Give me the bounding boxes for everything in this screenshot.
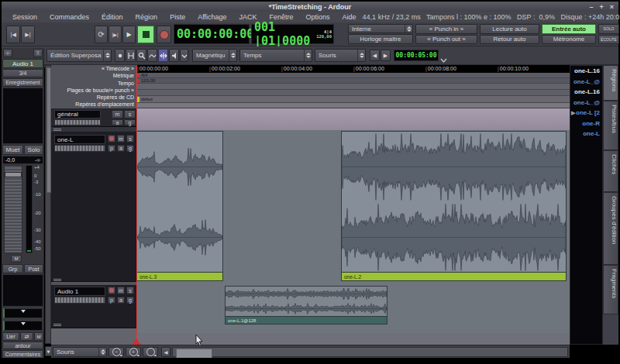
- track-header-audio1[interactable]: Audio 1 m s p a g: [51, 285, 136, 328]
- track-gain-fader[interactable]: [54, 145, 105, 152]
- ruler-label[interactable]: Repères de CD: [51, 94, 136, 101]
- ruler-label[interactable]: « Timecode »: [51, 65, 136, 72]
- strip-record-button[interactable]: Enregistrement: [2, 78, 43, 87]
- group-button[interactable]: g: [124, 119, 136, 125]
- mute-button[interactable]: m: [117, 287, 125, 294]
- location-marker-ruler[interactable]: début: [136, 96, 570, 103]
- track-resize-grip[interactable]: [51, 277, 136, 282]
- vertical-scrollbar[interactable]: [45, 65, 51, 344]
- zoom-focus-dropdown[interactable]: Souris: [315, 49, 366, 62]
- region-list-item[interactable]: one-R: [570, 118, 602, 129]
- pan-mono-button[interactable]: M: [34, 332, 43, 341]
- horizontal-scrollbar[interactable]: [172, 347, 568, 357]
- record-button[interactable]: [157, 26, 171, 43]
- tool-zoom-button[interactable]: [136, 49, 146, 62]
- tool-more-button[interactable]: [180, 49, 188, 62]
- pan-slider-2[interactable]: [3, 321, 43, 331]
- maximize-button[interactable]: +: [599, 3, 603, 11]
- region-list-item[interactable]: one-L_@: [570, 98, 602, 108]
- solo-button[interactable]: s: [126, 135, 134, 143]
- snap-mode-dropdown[interactable]: Magnétiqu: [192, 49, 237, 62]
- timecode-ruler[interactable]: 00:00:00:0000:00:02:0000:00:04:0000:00:0…: [136, 65, 570, 73]
- auto-input-button[interactable]: Entrée auto: [542, 24, 596, 34]
- audio-region-one-l2[interactable]: one-L.2: [341, 131, 567, 281]
- zoom-focus-bottom-dropdown[interactable]: Souris: [53, 347, 107, 357]
- track-name-audio1[interactable]: Audio 1: [54, 287, 105, 296]
- tool-draw-button[interactable]: [147, 49, 157, 62]
- bbt-clock[interactable]: 001 |01|0000 4|4 120,00: [251, 24, 334, 44]
- menu-région[interactable]: Région: [129, 13, 164, 21]
- pan-link-button[interactable]: Lier: [2, 332, 19, 341]
- gain-display[interactable]: -0,0 -∞: [2, 156, 43, 164]
- track-header-general[interactable]: général m s a g: [51, 108, 136, 127]
- playhead[interactable]: [136, 65, 137, 345]
- track-gain-fader[interactable]: [54, 297, 105, 304]
- title-bar[interactable]: *TimeStretching - Ardour – + ×: [2, 2, 618, 12]
- menu-piste[interactable]: Piste: [164, 13, 191, 21]
- output-button[interactable]: ardour: [2, 342, 43, 349]
- stop-button[interactable]: [137, 26, 154, 43]
- ruler-label[interactable]: Tempo: [51, 80, 136, 87]
- punch-out-button[interactable]: « Punch out »: [415, 35, 477, 45]
- track-resize-grip[interactable]: [51, 322, 136, 327]
- sidebar-tab-r-gions[interactable]: Régions: [603, 65, 618, 101]
- strip-solo-button[interactable]: Solo: [24, 145, 43, 155]
- metronome-button[interactable]: Métronome: [542, 35, 596, 45]
- solo-button[interactable]: s: [124, 110, 136, 118]
- track-canvas-audio1[interactable]: one-L.1@128: [136, 285, 570, 333]
- audio-region-one-l1[interactable]: one-L.1@128: [225, 286, 388, 325]
- zoom-out-button[interactable]: −: [108, 347, 124, 357]
- menu-édition[interactable]: Édition: [95, 13, 129, 21]
- track-name-one-l[interactable]: one-L: [54, 135, 105, 144]
- close-button[interactable]: ×: [610, 3, 614, 11]
- minimize-button[interactable]: –: [589, 3, 593, 11]
- strip-name-button[interactable]: Audio 1: [2, 59, 43, 68]
- menu-affichage[interactable]: Affichage: [191, 13, 232, 21]
- auto-button[interactable]: a: [117, 145, 125, 152]
- meter-mono-button[interactable]: M: [11, 255, 22, 263]
- track-canvas-one-l[interactable]: one-L.3 one-L.2: [136, 130, 570, 285]
- punch-in-button[interactable]: « Punch in »: [415, 24, 477, 34]
- snap-unit-dropdown[interactable]: Temps: [239, 49, 312, 62]
- ruler-label[interactable]: Métrique: [51, 72, 136, 79]
- zoom-in-button[interactable]: +: [126, 347, 141, 357]
- processor-box[interactable]: [2, 88, 43, 144]
- nudge-back-button[interactable]: ◀: [370, 50, 380, 61]
- sidebar-tab-fragments[interactable]: Fragments: [603, 265, 618, 314]
- pan-slider-1[interactable]: [3, 308, 43, 318]
- menu-session[interactable]: Session: [6, 13, 43, 21]
- tempo-ruler[interactable]: 120,00: [136, 78, 570, 84]
- region-list-item[interactable]: one-L: [570, 129, 602, 139]
- cd-marker-ruler[interactable]: [136, 90, 570, 96]
- sidebar-tab-pistes-bus[interactable]: Pistes/bus: [603, 101, 618, 150]
- loop-button[interactable]: ⟳: [95, 26, 108, 43]
- edit-mode-dropdown[interactable]: Édition Superposa: [46, 49, 112, 62]
- sidebar-tab-clich-s[interactable]: Clichés: [603, 150, 618, 192]
- tool-object-button[interactable]: [115, 49, 125, 62]
- mixer-hide-button[interactable]: ⊣⊢: [3, 49, 12, 57]
- fader-handle[interactable]: [5, 172, 22, 177]
- ruler-label[interactable]: Repères d'emplacement: [51, 101, 136, 108]
- auto-button[interactable]: a: [117, 297, 125, 304]
- group-button[interactable]: Grp: [2, 264, 23, 273]
- tool-audition-button[interactable]: [169, 49, 179, 62]
- solo-button[interactable]: s: [126, 287, 134, 294]
- play-selection-button[interactable]: |▶|: [108, 26, 122, 43]
- mute-button[interactable]: m: [117, 135, 125, 143]
- track-canvas-general[interactable]: [136, 108, 570, 130]
- track-name-general[interactable]: général: [54, 110, 101, 118]
- scroll-left-button[interactable]: ◀: [161, 347, 170, 357]
- playlist-button[interactable]: p: [108, 145, 115, 152]
- mixer-expand-button[interactable]: ⠿: [33, 49, 43, 57]
- expand-arrow-icon[interactable]: ▶: [571, 108, 575, 118]
- gain-fader[interactable]: [4, 165, 22, 253]
- track-gain-fader[interactable]: [54, 119, 101, 125]
- audition-indicator-button[interactable]: ÉCOUTE: [598, 35, 619, 45]
- goto-start-button[interactable]: |◀: [6, 26, 20, 43]
- panner-box[interactable]: [2, 274, 43, 307]
- edit-point-clock[interactable]: 00:00:05:00: [394, 50, 439, 61]
- ruler-label[interactable]: Plages de boucle/« punch »: [51, 87, 136, 94]
- tool-range-button[interactable]: [126, 49, 136, 62]
- track-header-one-l[interactable]: one-L m s p a g: [51, 132, 136, 282]
- region-list-item[interactable]: one-L.16: [570, 66, 602, 77]
